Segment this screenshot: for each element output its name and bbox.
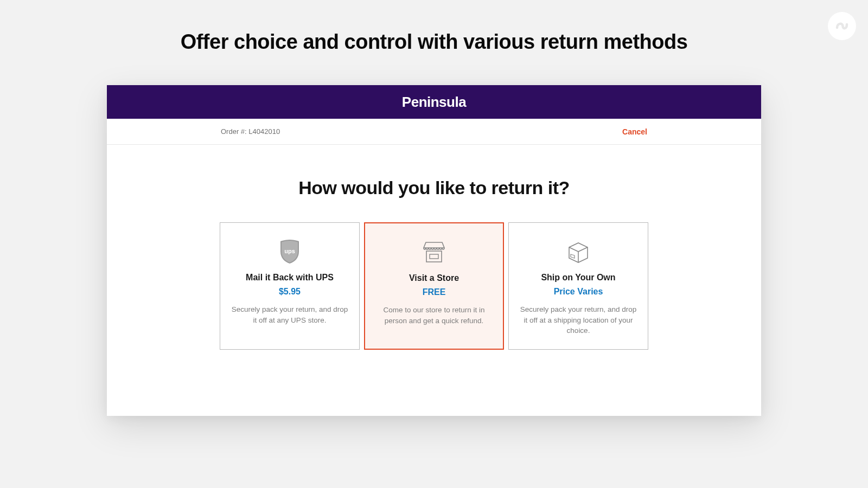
option-card-visit-store[interactable]: Visit a Store FREE Come to our store to … (364, 222, 504, 350)
option-description: Securely pack your return, and drop it o… (519, 304, 638, 336)
option-card-mail-ups[interactable]: ups Mail it Back with UPS $5.95 Securely… (220, 222, 360, 350)
option-description: Securely pack your return, and drop it o… (230, 304, 349, 325)
svg-rect-3 (571, 254, 575, 258)
svg-rect-1 (426, 251, 442, 262)
return-question: How would you like to return it? (107, 177, 761, 198)
corner-brand-logo (828, 12, 856, 40)
option-title: Mail it Back with UPS (246, 273, 334, 282)
cancel-link[interactable]: Cancel (622, 127, 647, 136)
option-card-ship-own[interactable]: Ship on Your Own Price Varies Securely p… (508, 222, 648, 350)
option-description: Come to our store to return it in person… (375, 305, 493, 326)
page-heading: Offer choice and control with various re… (0, 0, 868, 54)
brand-name: Peninsula (402, 94, 466, 111)
option-price: FREE (423, 287, 446, 297)
option-price: Price Varies (554, 287, 603, 297)
storefront-icon (420, 239, 448, 266)
shipping-box-icon (566, 238, 591, 265)
order-number-label: Order #: L4042010 (221, 127, 280, 136)
return-content: How would you like to return it? ups Mai… (107, 145, 761, 416)
return-app-frame: Peninsula Order #: L4042010 Cancel How w… (107, 85, 761, 416)
order-bar: Order #: L4042010 Cancel (107, 119, 761, 145)
brand-header: Peninsula (107, 85, 761, 119)
ups-shield-icon: ups (278, 238, 301, 265)
option-price: $5.95 (279, 287, 301, 297)
swirl-icon (834, 18, 850, 34)
svg-rect-2 (430, 254, 438, 259)
return-options-row: ups Mail it Back with UPS $5.95 Securely… (107, 222, 761, 350)
svg-text:ups: ups (284, 248, 295, 254)
option-title: Visit a Store (409, 273, 459, 283)
option-title: Ship on Your Own (541, 273, 615, 282)
